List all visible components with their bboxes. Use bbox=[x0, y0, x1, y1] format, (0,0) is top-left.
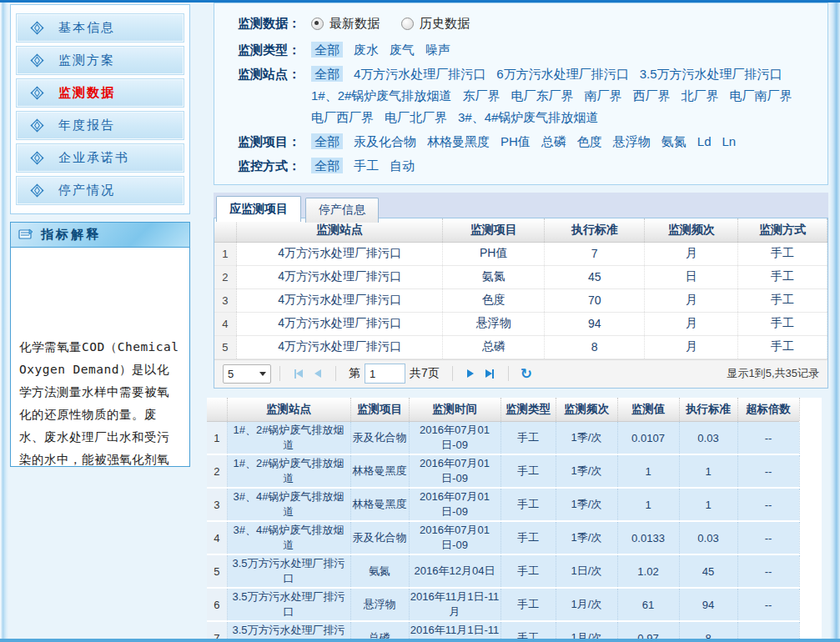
filter-option[interactable]: 西厂界 bbox=[632, 88, 670, 103]
filter-option[interactable]: 噪声 bbox=[425, 43, 450, 57]
filter-option[interactable]: 电厂东厂界 bbox=[511, 88, 573, 103]
filter-option[interactable]: 电厂北厂界 bbox=[385, 110, 447, 124]
result-table-wrap: 监测站点监测项目监测时间监测类型监测频次监测值执行标准超标倍数 11#、2#锅炉… bbox=[207, 398, 828, 642]
prev-page-button[interactable] bbox=[314, 369, 321, 378]
table-row: 14万方污水处理厂排污口PH值7月手工 bbox=[214, 242, 827, 265]
cell: -- bbox=[737, 488, 799, 521]
sidebar-item-label: 停产情况 bbox=[58, 183, 115, 198]
result-table-head: 监测站点监测项目监测时间监测类型监测频次监测值执行标准超标倍数 bbox=[207, 398, 822, 422]
filter-option[interactable]: 全部 bbox=[311, 133, 343, 149]
filter-option[interactable]: 汞及化合物 bbox=[354, 134, 416, 148]
cell: 4万方污水处理厂排污口 bbox=[236, 335, 442, 359]
sidebar-item-2[interactable]: 监测数据 bbox=[16, 78, 184, 108]
cell: 1#、2#锅炉废气排放烟道 bbox=[227, 422, 350, 455]
sidebar-item-5[interactable]: 停产情况 bbox=[16, 176, 184, 205]
page-number-input[interactable] bbox=[365, 364, 405, 384]
cell: 1#、2#锅炉废气排放烟道 bbox=[227, 454, 350, 488]
plan-table: 监测站点监测项目执行标准监测频次监测方式 14万方污水处理厂排污口PH值7月手工… bbox=[214, 218, 827, 359]
cell: 月 bbox=[645, 312, 738, 335]
cell: 氨氮 bbox=[350, 554, 409, 588]
sidebar-item-3[interactable]: 年度报告 bbox=[16, 111, 184, 140]
sidebar-item-4[interactable]: 企业承诺书 bbox=[16, 143, 184, 173]
cell: 悬浮物 bbox=[443, 312, 545, 335]
last-page-button[interactable] bbox=[485, 369, 494, 379]
filter-option[interactable]: 全部 bbox=[311, 42, 343, 58]
column-header: 监测站点 bbox=[227, 398, 350, 422]
cell: 0.0133 bbox=[617, 521, 679, 554]
glossary-body: 化学需氧量COD（Chemical Oxygen Demand）是以化学方法测量… bbox=[11, 248, 189, 466]
filter-option[interactable]: 悬浮物 bbox=[613, 134, 651, 148]
filter-option[interactable]: 废水 bbox=[354, 43, 379, 57]
next-page-button[interactable] bbox=[467, 369, 474, 378]
cell: 1 bbox=[679, 454, 737, 488]
cell: -- bbox=[737, 454, 799, 488]
page-size-select[interactable]: 5 bbox=[223, 364, 271, 384]
filter-option[interactable]: PH值 bbox=[500, 134, 531, 148]
cell: 汞及化合物 bbox=[350, 422, 409, 455]
cell: 2016年07月01日-09 bbox=[409, 422, 500, 455]
cell: 手工 bbox=[500, 521, 556, 554]
row-number: 3 bbox=[207, 488, 227, 521]
cell: 3#、4#锅炉废气排放烟道 bbox=[227, 521, 350, 554]
cell: 总磷 bbox=[443, 335, 545, 359]
refresh-icon[interactable]: ↻ bbox=[521, 367, 532, 381]
sidebar-item-0[interactable]: 基本信息 bbox=[16, 13, 184, 43]
table-row: 24万方污水处理厂排污口氨氮45日手工 bbox=[214, 265, 827, 288]
first-page-button[interactable] bbox=[294, 369, 303, 379]
monitor-data-options: 最新数据历史数据 bbox=[311, 13, 822, 37]
filter-option[interactable]: 北厂界 bbox=[681, 88, 718, 103]
filter-option[interactable]: 全部 bbox=[311, 66, 343, 82]
result-table: 监测站点监测项目监测时间监测类型监测频次监测值执行标准超标倍数 11#、2#锅炉… bbox=[207, 398, 822, 642]
tab-1[interactable]: 停产信息 bbox=[305, 198, 379, 223]
filter-option[interactable]: 色度 bbox=[577, 134, 602, 148]
filter-option[interactable]: 总磷 bbox=[541, 134, 566, 148]
sidebar-item-1[interactable]: 监测方案 bbox=[16, 46, 184, 75]
tab-0[interactable]: 应监测项目 bbox=[216, 196, 301, 222]
filter-option[interactable]: 3.5万方污水处理厂排污口 bbox=[640, 67, 782, 81]
diamond-compass-icon bbox=[30, 21, 47, 36]
row-number: 5 bbox=[207, 554, 227, 588]
filter-label: 监测数据： bbox=[238, 13, 311, 37]
cell: 2016年11月1日-11月 bbox=[409, 588, 500, 621]
column-header: 监测项目 bbox=[350, 398, 409, 422]
filter-option[interactable]: 全部 bbox=[311, 158, 343, 173]
caret-down-icon bbox=[259, 372, 266, 376]
cell: 1季/次 bbox=[556, 521, 617, 554]
filter-option[interactable]: Ld bbox=[697, 134, 712, 148]
cell-filler bbox=[799, 554, 822, 588]
filter-option[interactable]: 6万方污水处理厂排污口 bbox=[496, 67, 628, 81]
filter-option[interactable]: 林格曼黑度 bbox=[427, 134, 490, 148]
filter-option[interactable]: 氨氮 bbox=[661, 134, 687, 148]
column-header: 监测方式 bbox=[738, 218, 827, 243]
filter-option[interactable]: 南厂界 bbox=[584, 88, 621, 103]
radio-option-0[interactable]: 最新数据 bbox=[311, 13, 380, 34]
cell: PH值 bbox=[443, 242, 545, 265]
cell: 2016年07月01日-09 bbox=[409, 488, 500, 521]
filter-option[interactable]: 自动 bbox=[390, 158, 415, 173]
filter-option[interactable]: 手工 bbox=[354, 158, 379, 173]
filter-option[interactable]: 1#、2#锅炉废气排放烟道 bbox=[311, 88, 451, 103]
sidebar-item-label: 基本信息 bbox=[58, 20, 115, 36]
filter-row-monitor-type: 监测类型： 全部废水废气噪声 bbox=[238, 39, 822, 61]
prev-page-icon bbox=[314, 369, 321, 378]
cell: 色度 bbox=[443, 288, 545, 312]
filter-option[interactable]: 废气 bbox=[390, 43, 415, 57]
filter-row-station: 监测站点： 全部4万方污水处理厂排污口6万方污水处理厂排污口3.5万方污水处理厂… bbox=[238, 63, 822, 128]
radio-option-1[interactable]: 历史数据 bbox=[401, 13, 470, 34]
cell: 3.5万方污水处理厂排污口 bbox=[227, 588, 350, 621]
cell: 日 bbox=[645, 265, 738, 288]
filter-option[interactable]: Ln bbox=[722, 134, 737, 148]
filter-option[interactable]: 电厂西厂界 bbox=[311, 110, 374, 124]
cell: 0.0107 bbox=[617, 422, 679, 455]
filter-option[interactable]: 3#、4#锅炉废气排放烟道 bbox=[458, 110, 598, 124]
row-number: 2 bbox=[207, 454, 227, 488]
header-row: 监测站点监测项目监测时间监测类型监测频次监测值执行标准超标倍数 bbox=[207, 398, 822, 422]
radio-icon bbox=[401, 18, 414, 30]
divider bbox=[452, 366, 453, 381]
filter-option[interactable]: 电厂南厂界 bbox=[729, 88, 792, 103]
cell: 0.03 bbox=[679, 521, 737, 554]
table-row: 54万方污水处理厂排污口总磷8月手工 bbox=[214, 335, 827, 359]
cell: 7 bbox=[545, 242, 645, 265]
filter-option[interactable]: 东厂界 bbox=[462, 88, 500, 103]
filter-option[interactable]: 4万方污水处理厂排污口 bbox=[354, 67, 485, 81]
